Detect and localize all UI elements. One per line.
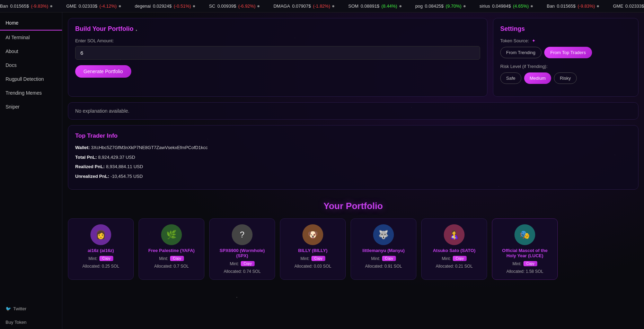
from-top-traders-button[interactable]: From Top Traders bbox=[544, 47, 592, 58]
ticker-coin: degenai bbox=[135, 3, 151, 9]
token-mint-row: Mint: Copy bbox=[88, 256, 113, 261]
ticker-price: 0.07907$ bbox=[292, 3, 311, 9]
sol-amount-input[interactable] bbox=[75, 46, 480, 60]
from-trending-button[interactable]: From Trending bbox=[500, 47, 541, 58]
mint-label: Mint: bbox=[371, 256, 380, 261]
token-mint-row: Mint: Copy bbox=[230, 261, 254, 266]
token-allocated: Allocated: 0.7 SOL bbox=[154, 264, 189, 269]
ticker-price: 0.01565$ bbox=[557, 3, 575, 9]
token-card: 🤱Atsuko Sato (SATO) Mint: Copy Allocated… bbox=[421, 218, 487, 280]
token-source-label: Token Source: ✦ bbox=[500, 38, 631, 43]
ticker-coin: Ban bbox=[547, 3, 555, 9]
token-name: BILLY (BILLY) bbox=[298, 248, 328, 253]
token-allocated: Allocated: 1.58 SOL bbox=[506, 269, 544, 274]
token-mint-row: Mint: Copy bbox=[159, 256, 184, 261]
ticker-price: 0.02333$ bbox=[79, 3, 97, 9]
sol-amount-label: Enter SOL Amount: bbox=[75, 38, 480, 43]
copy-mint-button[interactable]: Copy bbox=[241, 261, 254, 266]
copy-mint-button[interactable]: Copy bbox=[523, 261, 537, 266]
ticker-coin: pog bbox=[415, 3, 423, 9]
copy-mint-button[interactable]: Copy bbox=[99, 256, 113, 261]
build-portfolio-title: Build Your Portfolio. bbox=[75, 25, 480, 33]
sidebar-buy-token[interactable]: Buy Token bbox=[0, 315, 62, 329]
mint-label: Mint: bbox=[88, 256, 97, 261]
realized-pnl-row: Realized PnL: 8,934,884.11 USD bbox=[75, 163, 631, 170]
ticker-coin: SC bbox=[209, 3, 215, 9]
risky-button[interactable]: Risky bbox=[554, 72, 577, 84]
risk-level-label: Risk Level (if Trending): bbox=[500, 64, 631, 69]
mint-label: Mint: bbox=[512, 261, 521, 266]
portfolio-title: Your Portfolio bbox=[68, 201, 638, 211]
ticker-price: 0.04984$ bbox=[492, 3, 511, 9]
ticker-change: (-4.12%) bbox=[99, 3, 117, 9]
token-card: 🐺littlemanyu (Manyu) Mint: Copy Allocate… bbox=[351, 218, 416, 280]
ticker-item: Ban 0.01565$ (-9.83%) bbox=[547, 3, 599, 9]
generate-portfolio-button[interactable]: Generate Portfolio bbox=[75, 65, 131, 78]
trader-info-title: Top Trader Info bbox=[75, 132, 631, 139]
sidebar-item-sniper[interactable]: Sniper bbox=[0, 100, 62, 114]
copy-mint-button[interactable]: Copy bbox=[170, 256, 184, 261]
copy-mint-button[interactable]: Copy bbox=[382, 256, 396, 261]
sidebar-item-trending-memes[interactable]: Trending Memes bbox=[0, 86, 62, 100]
twitter-icon: 🐦 bbox=[6, 306, 11, 311]
sidebar-item-docs[interactable]: Docs bbox=[0, 58, 62, 72]
ticker-price: 0.08891$ bbox=[361, 3, 379, 9]
ticker-item: sirius 0.04984$ (4.65%) bbox=[479, 3, 533, 9]
ticker-item: Ban 0.01565$ (-9.83%) bbox=[0, 3, 52, 9]
safe-button[interactable]: Safe bbox=[500, 72, 521, 84]
top-panels: Build Your Portfolio. Enter SOL Amount: … bbox=[68, 18, 638, 97]
sidebar-item-ai-terminal[interactable]: AI Terminal bbox=[0, 31, 62, 44]
explanation-panel: No explanation available. bbox=[68, 102, 638, 120]
ticker-item: degenai 0.02924$ (-0.51%) bbox=[135, 3, 195, 9]
ticker-coin: GME bbox=[613, 3, 623, 9]
token-avatar: 🤱 bbox=[444, 224, 465, 245]
ticker-item: SOM 0.08891$ (8.44%) bbox=[348, 3, 401, 9]
ticker-separator bbox=[464, 5, 466, 7]
copy-mint-button[interactable]: Copy bbox=[453, 256, 466, 261]
token-source-buttons: From Trending From Top Traders bbox=[500, 47, 631, 58]
token-mint-row: Mint: Copy bbox=[442, 256, 466, 261]
ticker-price: 0.02924$ bbox=[153, 3, 171, 9]
buy-token-label: Buy Token bbox=[6, 320, 26, 325]
token-allocated: Allocated: 0.74 SOL bbox=[224, 269, 261, 274]
wallet-row: Wallet: 3XcHbc5Z7GfM3nXkP7NE8GT7ZawVsekx… bbox=[75, 144, 631, 151]
token-card: 👩ai16z (ai16z) Mint: Copy Allocated: 0.2… bbox=[68, 218, 134, 280]
medium-button[interactable]: Medium bbox=[524, 72, 551, 84]
settings-panel: Settings Token Source: ✦ From Trending F… bbox=[493, 18, 638, 97]
ticker-coin: sirius bbox=[479, 3, 490, 9]
ticker-change: (4.65%) bbox=[513, 3, 529, 9]
token-mint-row: Mint: Copy bbox=[300, 256, 325, 261]
portfolio-section: Your Portfolio 👩ai16z (ai16z) Mint: Copy… bbox=[68, 195, 638, 288]
token-name: Official Mascot of the Holy Year (LUCE) bbox=[498, 248, 552, 258]
ticker-coin: SOM bbox=[348, 3, 359, 9]
ticker-price: 0.02333$ bbox=[625, 3, 644, 9]
ticker-item: SC 0.00939$ (-6.92%) bbox=[209, 3, 259, 9]
token-avatar: 🐺 bbox=[373, 224, 394, 245]
ticker-separator bbox=[399, 5, 402, 7]
unrealized-pnl-row: Unrealized PnL: -10,454.75 USD bbox=[75, 173, 631, 180]
token-mint-row: Mint: Copy bbox=[512, 261, 537, 266]
token-name: littlemanyu (Manyu) bbox=[362, 248, 405, 253]
ticker-separator bbox=[531, 5, 533, 7]
token-card: ?SPX6900 (Wormhole) (SPX) Mint: Copy All… bbox=[209, 218, 275, 280]
copy-mint-button[interactable]: Copy bbox=[311, 256, 325, 261]
mint-label: Mint: bbox=[159, 256, 168, 261]
token-source-dot: ✦ bbox=[532, 38, 536, 43]
content-area: Build Your Portfolio. Enter SOL Amount: … bbox=[62, 12, 644, 329]
ticker-change: (-9.83%) bbox=[31, 3, 48, 9]
mint-label: Mint: bbox=[442, 256, 451, 261]
ticker-item: DMAGA 0.07907$ (-1.82%) bbox=[273, 3, 334, 9]
token-name: Free Palestine (YAFA) bbox=[148, 248, 195, 253]
ticker-price: 0.01565$ bbox=[10, 3, 29, 9]
sidebar-item-rugpull-detection[interactable]: Rugpull Detection bbox=[0, 72, 62, 86]
sidebar: HomeAI TerminalAboutDocsRugpull Detectio… bbox=[0, 12, 62, 329]
token-avatar: 🎭 bbox=[514, 224, 535, 245]
token-card: 🐶BILLY (BILLY) Mint: Copy Allocated: 0.0… bbox=[280, 218, 346, 280]
sidebar-twitter-link[interactable]: 🐦 Twitter bbox=[0, 302, 62, 315]
ticker-change: (-9.83%) bbox=[578, 3, 595, 9]
sidebar-item-about[interactable]: About bbox=[0, 44, 62, 58]
sidebar-item-home[interactable]: Home bbox=[0, 16, 62, 31]
ticker-separator bbox=[50, 5, 52, 7]
main-layout: HomeAI TerminalAboutDocsRugpull Detectio… bbox=[0, 12, 644, 329]
ticker-change: (-1.82%) bbox=[313, 3, 330, 9]
